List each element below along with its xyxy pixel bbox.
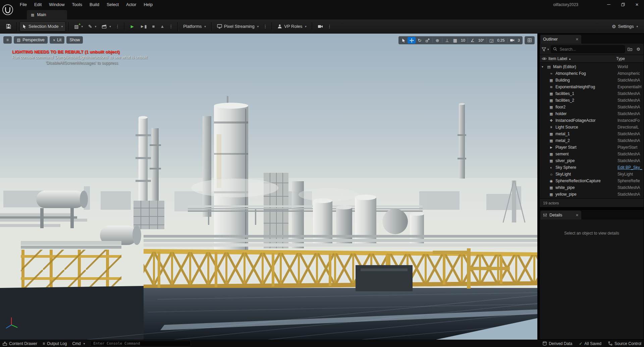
outliner-row[interactable]: ▦silver_pipeStaticMeshA: [540, 157, 644, 164]
stop-button[interactable]: ■: [150, 21, 158, 32]
viewport-perspective-button[interactable]: ▧ Perspective: [14, 36, 48, 44]
close-icon[interactable]: ✕: [576, 37, 579, 42]
pixel-streaming-options-menu[interactable]: ⋮: [261, 24, 269, 29]
cinematics-dropdown[interactable]: ▾: [99, 21, 114, 32]
camera-speed-button[interactable]: [508, 37, 516, 44]
close-window-button[interactable]: ✕: [630, 0, 644, 9]
tab-main[interactable]: ▦ Main: [27, 10, 67, 19]
outliner-row[interactable]: ≋ExponentialHeightFogExponentialH: [540, 84, 644, 90]
world-local-toggle-button[interactable]: ⊕: [433, 37, 441, 44]
output-log-icon: ≡: [43, 341, 45, 346]
scale-snap-toggle-button[interactable]: ◲: [487, 37, 495, 44]
outliner-filter-button[interactable]: ▾: [542, 46, 549, 53]
outliner-item-type: StaticMeshA: [618, 111, 644, 116]
menu-actor[interactable]: Actor: [122, 0, 140, 9]
grid-snap-toggle-button[interactable]: ▦: [451, 37, 459, 44]
rotation-snap-value-button[interactable]: 10°: [477, 38, 486, 42]
outliner-row[interactable]: ▦floor2StaticMeshA: [540, 104, 644, 110]
outliner-row[interactable]: ▦yellow_pipeStaticMeshA: [540, 191, 644, 198]
outliner-row[interactable]: ☼SkyLightSkyLight: [540, 171, 644, 178]
platforms-dropdown[interactable]: Platforms ▾: [180, 21, 208, 32]
outliner-row[interactable]: ◐Sky SphereEdit BP_Sky_: [540, 164, 644, 171]
outliner-settings-button[interactable]: ⚙: [635, 46, 642, 53]
outliner-new-folder-button[interactable]: [627, 46, 633, 53]
menu-window[interactable]: Window: [45, 0, 68, 9]
pixel-streaming-dropdown[interactable]: Pixel Streaming ▾: [214, 21, 262, 32]
menu-edit[interactable]: Edit: [31, 0, 45, 9]
eye-visibility-icon[interactable]: [542, 57, 547, 60]
foliage-icon: ❖: [548, 118, 554, 123]
viewport-view-mode-button[interactable]: ◑ Lit: [50, 36, 64, 44]
outliner-item-label: InstancedFoliageActor: [555, 118, 618, 123]
column-type[interactable]: Type: [616, 56, 642, 61]
surface-snapping-button[interactable]: ⊥: [443, 37, 451, 44]
unreal-logo[interactable]: [0, 0, 15, 19]
outliner-search-input[interactable]: [551, 45, 625, 53]
select-tool-button[interactable]: [399, 37, 408, 44]
frame-advance-button[interactable]: ▲: [157, 21, 167, 32]
outliner-row[interactable]: ▦holderStaticMeshA: [540, 110, 644, 117]
outliner-row[interactable]: ▦facilities_2StaticMeshA: [540, 97, 644, 104]
rotate-tool-button[interactable]: ↻: [416, 37, 424, 44]
rotation-snap-toggle-button[interactable]: ∠: [469, 37, 477, 44]
save-button[interactable]: [3, 21, 14, 32]
editor-mode-dropdown[interactable]: Selection Mode ▾: [19, 21, 66, 32]
scale-tool-button[interactable]: [424, 37, 432, 44]
maximize-viewport-button[interactable]: [526, 37, 534, 44]
outliner-item-label: sement: [555, 152, 618, 156]
outliner-row[interactable]: ❖InstancedFoliageActorInstancedFo: [540, 117, 644, 124]
source-control-button[interactable]: Source Control: [608, 341, 641, 346]
tab-outliner[interactable]: Outliner ✕: [540, 35, 581, 44]
viewport-show-button[interactable]: Show: [66, 36, 83, 44]
outliner-row[interactable]: ▦white_pipeStaticMeshA: [540, 184, 644, 191]
outliner-item-type-link[interactable]: Edit BP_Sky_: [618, 165, 644, 170]
cmd-dropdown[interactable]: Cmd ▾: [72, 341, 85, 346]
scale-snap-value-button[interactable]: 0.25: [495, 38, 506, 42]
column-item-label[interactable]: Item Label: [548, 56, 567, 61]
blueprints-dropdown[interactable]: ✎ ▾: [86, 21, 99, 32]
directional-light-icon: ☀: [548, 125, 554, 130]
minimize-button[interactable]: [602, 0, 616, 9]
select-arrow-icon: [402, 38, 406, 43]
outliner-row[interactable]: ▦metal_2StaticMeshA: [540, 137, 644, 144]
expand-caret-icon[interactable]: ▾: [542, 65, 546, 68]
outliner-row[interactable]: ◉SphereReflectionCaptureSphereRefle: [540, 178, 644, 184]
outliner-row[interactable]: ≈Atmospheric FogAtmospheric: [540, 70, 644, 77]
grid-snap-value-button[interactable]: 10: [459, 38, 467, 42]
console-command-input[interactable]: [90, 341, 191, 346]
render-options-menu[interactable]: ⋮: [326, 24, 333, 29]
restore-button[interactable]: [616, 0, 630, 9]
outliner-row[interactable]: ▾▤Main (Editor)World: [540, 63, 644, 70]
source-control-label: Source Control: [614, 341, 641, 346]
close-icon[interactable]: ✕: [576, 213, 579, 217]
move-tool-button[interactable]: [408, 37, 416, 44]
toolbar-overflow-menu[interactable]: ⋮: [114, 24, 121, 29]
camera-speed-value-button[interactable]: 3: [516, 38, 522, 42]
menu-build[interactable]: Build: [86, 0, 103, 9]
viewport-options-button[interactable]: ≡: [3, 36, 12, 44]
vp-roles-dropdown[interactable]: VP Roles ▾: [275, 21, 309, 32]
tab-details[interactable]: Details ✕: [540, 211, 581, 219]
viewport-3d-scene[interactable]: [0, 34, 537, 340]
outliner-row[interactable]: ▦metal_1StaticMeshA: [540, 131, 644, 137]
menu-tools[interactable]: Tools: [68, 0, 86, 9]
derived-data-button[interactable]: Derived Data: [543, 341, 572, 346]
all-saved-button[interactable]: ✓ All Saved: [579, 341, 601, 346]
content-drawer-button[interactable]: Content Drawer: [3, 341, 37, 346]
menu-select[interactable]: Select: [103, 0, 122, 9]
level-viewport[interactable]: ≡ ▧ Perspective ◑ Lit Show: [0, 34, 537, 340]
play-button[interactable]: ►: [127, 21, 138, 32]
render-movie-button[interactable]: [315, 21, 326, 32]
settings-dropdown[interactable]: ⚙ Settings ▾: [609, 21, 641, 32]
add-actor-dropdown[interactable]: ▧+ ▾: [71, 21, 86, 32]
output-log-button[interactable]: ≡ Output Log: [43, 341, 67, 346]
skip-to-next-button[interactable]: ►▮: [138, 21, 150, 32]
outliner-row[interactable]: ☀Light SourceDirectionalL: [540, 124, 644, 131]
menu-file[interactable]: File: [16, 0, 31, 9]
outliner-row[interactable]: ►Player StartPlayerStart: [540, 144, 644, 151]
outliner-row[interactable]: ▦BuildingStaticMeshA: [540, 77, 644, 84]
outliner-row[interactable]: ▦facilities_1StaticMeshA: [540, 90, 644, 97]
play-options-menu[interactable]: ⋮: [167, 24, 175, 29]
menu-help[interactable]: Help: [140, 0, 156, 9]
outliner-row[interactable]: ▦sementStaticMeshA: [540, 151, 644, 157]
